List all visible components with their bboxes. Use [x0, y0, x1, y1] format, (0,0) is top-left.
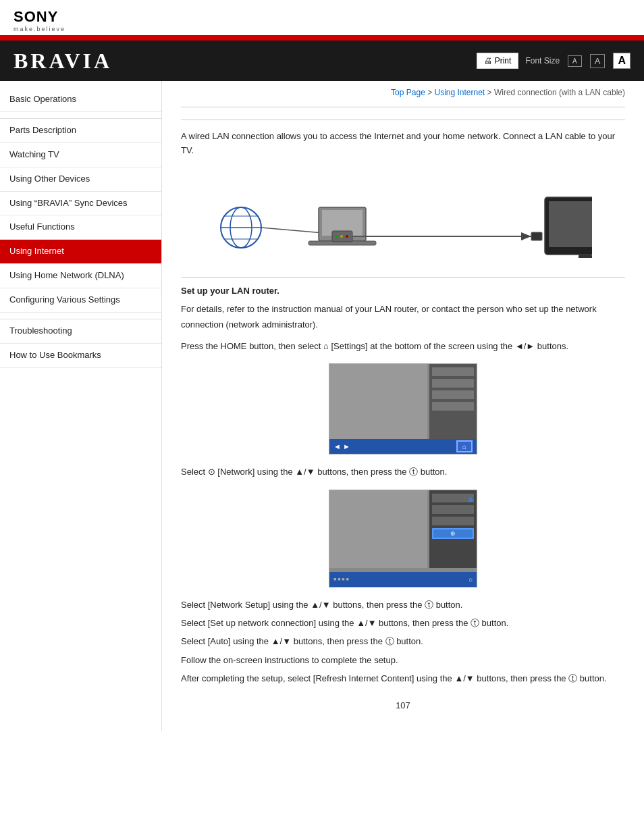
step2-text: Press the HOME button, then select ⌂ [Se… — [181, 338, 625, 354]
sidebar-item-using-other-devices[interactable]: Using Other Devices — [0, 167, 161, 192]
screen2-network-item-highlighted: ⊕ — [432, 528, 474, 539]
font-size-label: Font Size — [525, 56, 560, 66]
screen2-menu-item-3 — [432, 517, 474, 525]
step5-text: Select [Set up network connection] using… — [181, 615, 625, 631]
network-diagram-svg — [214, 177, 592, 258]
page-header: BRAVIA 🖨 Print Font Size A A A — [0, 41, 644, 81]
svg-point-10 — [335, 235, 338, 238]
menu-item-4 — [432, 402, 474, 411]
print-label: Print — [495, 56, 512, 66]
svg-rect-17 — [549, 201, 592, 247]
sidebar-item-useful-functions[interactable]: Useful Functions — [0, 215, 161, 240]
sony-tagline: make.believe — [14, 26, 630, 32]
step1-detail: For details, refer to the instruction ma… — [181, 301, 625, 333]
breadcrumb: Top Page > Using Internet > Wired connec… — [181, 81, 625, 101]
screen2-bottom-bar: ■ ■ ■ ■ ⌂ — [329, 572, 477, 587]
print-button[interactable]: 🖨 Print — [477, 53, 519, 69]
settings-icon-highlighted: ⌂ — [456, 440, 473, 452]
screen-mockup-1-container: ◄ ► ⌂ — [181, 363, 625, 454]
font-large-button[interactable]: A — [613, 53, 630, 69]
header-controls: 🖨 Print Font Size A A A — [477, 53, 630, 69]
step6-text: Select [Auto] using the ▲/▼ buttons, the… — [181, 633, 625, 649]
sidebar-item-bookmarks[interactable]: How to Use Bookmarks — [0, 344, 161, 368]
step4-text: Select [Network Setup] using the ▲/▼ but… — [181, 597, 625, 613]
divider-top — [181, 107, 625, 107]
menu-item-3 — [432, 390, 474, 399]
screen1-menu-panel — [429, 364, 477, 439]
screen2-menu-item-2 — [432, 505, 474, 514]
intro-paragraph: A wired LAN connection allows you to acc… — [181, 130, 625, 158]
page-number: 107 — [181, 700, 625, 710]
breadcrumb-current: Wired connection (with a LAN cable) — [494, 88, 625, 97]
scroll-up-arrow: ▲ — [466, 493, 475, 504]
sidebar-item-using-home-network[interactable]: Using Home Network (DLNA) — [0, 264, 161, 288]
sidebar-item-watching-tv[interactable]: Watching TV — [0, 143, 161, 167]
main-content: Top Page > Using Internet > Wired connec… — [162, 81, 644, 731]
step3-text: Select ⊙ [Network] using the ▲/▼ buttons… — [181, 464, 625, 479]
sony-logo-area: SONY make.believe — [0, 0, 644, 35]
screen-mockup-2-container: ⊕ ▲ ■ ■ ■ ■ ⌂ — [181, 490, 625, 588]
svg-point-11 — [340, 235, 343, 238]
sidebar: Basic Operations Parts Description Watch… — [0, 81, 162, 731]
sidebar-item-using-bravia-sync[interactable]: Using “BRAVIA” Sync Devices — [0, 192, 161, 216]
red-accent-bar — [0, 35, 644, 41]
menu-item-2 — [432, 379, 474, 388]
svg-rect-18 — [579, 255, 592, 258]
divider-top2 — [181, 120, 625, 120]
sidebar-item-using-internet[interactable]: Using Internet — [0, 240, 161, 264]
divider-mid — [181, 277, 625, 278]
sony-brand: SONY — [14, 8, 630, 26]
bravia-logo: BRAVIA — [14, 49, 112, 74]
screen-mockup-1: ◄ ► ⌂ — [329, 363, 477, 454]
sidebar-item-basic-operations[interactable]: Basic Operations — [0, 88, 161, 112]
svg-point-12 — [346, 235, 348, 238]
step-1: Set up your LAN router. For details, ref… — [181, 283, 625, 333]
step1-title: Set up your LAN router. — [181, 286, 279, 296]
font-medium-button[interactable]: A — [590, 54, 606, 68]
screen1-bottom-bar: ◄ ► ⌂ — [329, 439, 477, 454]
printer-icon: 🖨 — [484, 56, 492, 66]
main-layout: Basic Operations Parts Description Watch… — [0, 81, 644, 731]
step8-text: After completing the setup, select [Refr… — [181, 671, 625, 686]
step-2: Press the HOME button, then select ⌂ [Se… — [181, 338, 625, 354]
font-small-button[interactable]: A — [568, 55, 582, 67]
sidebar-item-configuring-settings[interactable]: Configuring Various Settings — [0, 288, 161, 313]
menu-item-1 — [432, 367, 474, 376]
remaining-steps: Select [Network Setup] using the ▲/▼ but… — [181, 597, 625, 687]
screen-mockup-2: ⊕ ▲ ■ ■ ■ ■ ⌂ — [329, 490, 477, 588]
network-diagram — [181, 170, 625, 265]
svg-marker-14 — [521, 232, 531, 240]
sidebar-item-troubleshooting[interactable]: Troubleshooting — [0, 319, 161, 344]
breadcrumb-top-page[interactable]: Top Page — [391, 88, 425, 97]
step7-text: Follow the on-screen instructions to com… — [181, 652, 625, 668]
breadcrumb-using-internet[interactable]: Using Internet — [435, 88, 485, 97]
step-3: Select ⊙ [Network] using the ▲/▼ buttons… — [181, 464, 625, 479]
svg-rect-15 — [531, 232, 542, 240]
breadcrumb-sep2: > — [485, 88, 494, 97]
breadcrumb-sep1: > — [425, 88, 435, 97]
sidebar-item-parts-description[interactable]: Parts Description — [0, 119, 161, 143]
